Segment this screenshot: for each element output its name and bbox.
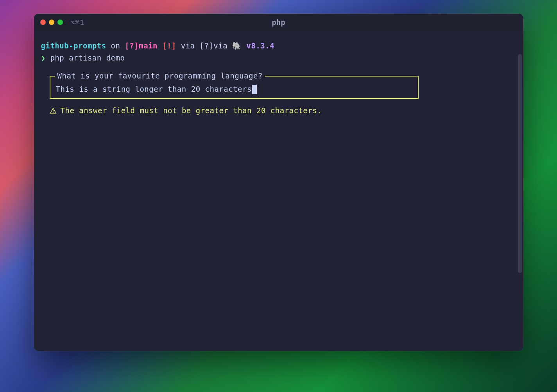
maximize-button[interactable] bbox=[57, 20, 63, 25]
branch-status: [!] bbox=[158, 41, 176, 50]
branch-name: main bbox=[139, 41, 158, 50]
svg-point-1 bbox=[53, 112, 53, 112]
prompt-question: What is your favourite programming langu… bbox=[55, 70, 265, 82]
text-cursor-icon bbox=[252, 85, 257, 94]
error-message: The answer field must not be greater tha… bbox=[61, 105, 322, 116]
minimize-button[interactable] bbox=[49, 20, 54, 25]
scrollbar[interactable] bbox=[518, 54, 522, 273]
branch-icon: [?] bbox=[125, 41, 139, 50]
window-title: php bbox=[272, 18, 285, 27]
on-text: on bbox=[106, 41, 125, 50]
prompt-box-container: What is your favourite programming langu… bbox=[41, 76, 516, 99]
text-prompt-box: What is your favourite programming langu… bbox=[50, 76, 419, 99]
via-text-1: via bbox=[176, 41, 200, 50]
terminal-window: ⌥⌘1 php github-prompts on [?]main [!] vi… bbox=[34, 14, 523, 351]
title-bar: ⌥⌘1 php bbox=[34, 14, 523, 31]
command-text: php artisan demo bbox=[45, 53, 125, 62]
via-text-2: via bbox=[213, 41, 232, 50]
prompt-answer: This is a string longer than 20 characte… bbox=[56, 84, 252, 95]
shell-prompt-context: github-prompts on [?]main [!] via [?]via… bbox=[41, 40, 516, 52]
elephant-icon: 🐘 bbox=[232, 41, 242, 50]
command-line: ❯ php artisan demo bbox=[41, 52, 516, 64]
prompt-input-line[interactable]: This is a string longer than 20 characte… bbox=[56, 84, 412, 95]
terminal-body[interactable]: github-prompts on [?]main [!] via [?]via… bbox=[34, 31, 523, 351]
via-icon: [?] bbox=[199, 41, 213, 50]
traffic-lights bbox=[40, 20, 63, 25]
close-button[interactable] bbox=[40, 20, 46, 25]
validation-error: The answer field must not be greater tha… bbox=[41, 105, 516, 116]
prompt-chevron-icon: ❯ bbox=[41, 53, 46, 62]
directory-name: github-prompts bbox=[41, 41, 106, 50]
tab-indicator: ⌥⌘1 bbox=[71, 18, 85, 27]
php-version: v8.3.4 bbox=[242, 41, 275, 50]
warning-icon bbox=[50, 107, 57, 114]
